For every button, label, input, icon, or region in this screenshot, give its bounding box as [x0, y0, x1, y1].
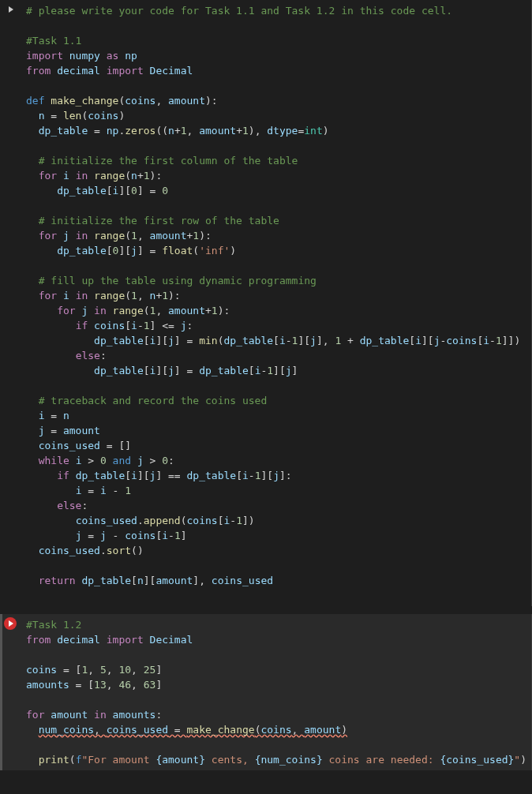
run-cell-button[interactable] — [4, 617, 17, 630]
cell-gutter — [0, 0, 20, 606]
code-cell-1: # please write your code for Task 1.1 an… — [0, 0, 532, 606]
code-cell-2: #Task 1.2 from decimal import Decimal co… — [0, 614, 532, 770]
run-cell-button[interactable] — [4, 3, 17, 16]
code-editor[interactable]: #Task 1.2 from decimal import Decimal co… — [20, 614, 532, 770]
code-editor[interactable]: # please write your code for Task 1.1 an… — [20, 0, 532, 606]
cell-gutter — [0, 614, 20, 770]
play-icon — [9, 620, 13, 627]
play-icon — [9, 6, 13, 13]
